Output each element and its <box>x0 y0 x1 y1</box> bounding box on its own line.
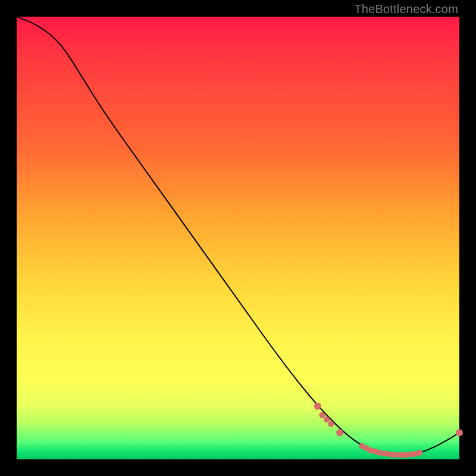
data-point-marker <box>456 429 463 436</box>
watermark-text: TheBottleneck.com <box>354 2 458 16</box>
data-point-marker <box>416 450 422 456</box>
bottleneck-curve <box>17 17 459 455</box>
chart-frame: TheBottleneck.com <box>0 0 476 476</box>
data-markers <box>314 403 463 458</box>
chart-svg <box>17 17 459 459</box>
data-point-marker <box>336 429 343 436</box>
data-point-marker <box>324 416 330 422</box>
data-point-marker <box>314 403 321 410</box>
data-point-marker <box>319 412 325 418</box>
data-point-marker <box>328 421 334 427</box>
